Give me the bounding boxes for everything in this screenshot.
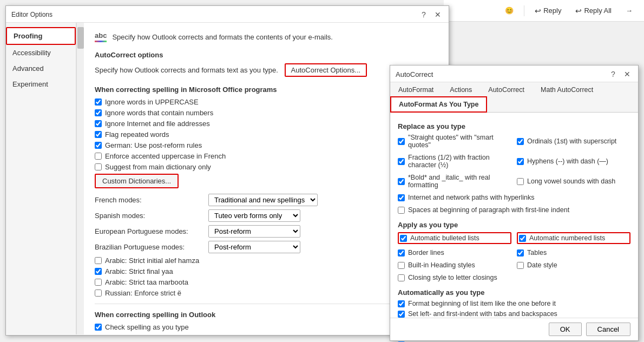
autocorrect-options-button[interactable]: AutoCorrect Options... <box>285 63 367 77</box>
cb-french[interactable] <box>95 153 102 160</box>
emoji-icon: 😊 <box>505 6 514 15</box>
braz-port-modes-label: Brazilian Portuguese modes: <box>95 243 203 251</box>
abc-text: abc <box>95 31 107 40</box>
euro-port-modes-row: European Portuguese modes: Post-reform P… <box>95 225 438 238</box>
sidebar-item-advanced[interactable]: Advanced <box>6 61 76 76</box>
spanish-modes-label: Spanish modes: <box>95 212 203 220</box>
ac-tabs: AutoFormat Actions AutoCorrect Math Auto… <box>390 82 638 113</box>
scrollbar-thumb[interactable] <box>77 27 84 49</box>
cb-main-dict[interactable] <box>95 163 102 170</box>
cb-hyphens-label: Hyphens (--) with dash (—) <box>527 157 608 165</box>
cb-border-lines-input[interactable] <box>398 249 405 256</box>
scrollbar-track[interactable] <box>76 23 84 334</box>
cb-closing-style-input[interactable] <box>398 274 405 281</box>
checkbox-german: German: Use post-reform rules <box>95 141 438 149</box>
checkbox-arabic-taa: Arabic: Strict taa marboota <box>95 278 438 286</box>
cb-ignore-internet[interactable] <box>95 120 102 127</box>
reply-icon: ↩ <box>535 6 541 15</box>
cb-straight-quotes-input[interactable] <box>398 138 405 145</box>
cb-arabic-taa[interactable] <box>95 279 102 286</box>
sidebar-item-accessibility[interactable]: Accessibility <box>6 45 76 61</box>
custom-dictionaries-button[interactable]: Custom Dictionaries... <box>95 174 179 188</box>
checkbox-ignore-internet: Ignore Internet and file addresses <box>95 120 438 128</box>
cb-format-list-input[interactable] <box>398 300 405 307</box>
cb-russian[interactable] <box>95 290 102 297</box>
cb-flag-repeated[interactable] <box>95 131 102 138</box>
cb-bold-italic-label: *Bold* and _italic_ with real formatting <box>408 174 511 189</box>
ac-help-button[interactable]: ? <box>608 69 619 80</box>
tab-autoformat[interactable]: AutoFormat <box>390 82 442 97</box>
tab-autoformat-as-you-type[interactable]: AutoFormat As You Type <box>390 96 487 113</box>
cb-internet-paths-input[interactable] <box>398 194 405 201</box>
auto-section-label: Automatically as you type <box>398 288 630 297</box>
cb-closing-style: Closing style to letter closings <box>398 274 630 281</box>
cb-spaces-indent-input[interactable] <box>398 207 405 214</box>
cb-ordinals-input[interactable] <box>517 138 524 145</box>
cb-fractions-input[interactable] <box>398 158 405 165</box>
cb-date-style-input[interactable] <box>517 262 524 269</box>
toolbar-divider-1 <box>524 5 524 16</box>
cb-ordinals: Ordinals (1st) with superscript <box>517 134 630 149</box>
tab-actions[interactable]: Actions <box>442 82 480 97</box>
cb-auto-numbered-input[interactable] <box>519 235 526 242</box>
ac-title: AutoCorrect <box>396 70 433 78</box>
cb-tables: Tables <box>517 249 630 256</box>
reply-button[interactable]: ↩ Reply <box>529 4 567 18</box>
cb-hyphens-input[interactable] <box>517 158 524 165</box>
french-modes-row: French modes: Traditional and new spelli… <box>95 194 438 206</box>
ac-ok-button[interactable]: OK <box>549 323 582 336</box>
cb-german[interactable] <box>95 142 102 149</box>
euro-port-modes-select[interactable]: Post-reform Pre-reform <box>208 225 300 238</box>
dialog-help-button[interactable]: ? <box>418 9 429 20</box>
cb-heading-styles-input[interactable] <box>398 262 405 269</box>
cb-german-label: German: Use post-reform rules <box>105 141 202 149</box>
cb-bold-italic-input[interactable] <box>398 178 405 185</box>
cb-date-style: Date style <box>517 261 630 269</box>
emoji-button[interactable]: 😊 <box>499 4 520 17</box>
tab-autocorrect[interactable]: AutoCorrect <box>480 82 533 97</box>
cb-closing-style-label: Closing style to letter closings <box>408 274 497 281</box>
braz-port-modes-row: Brazilian Portuguese modes: Post-reform … <box>95 241 438 253</box>
cb-long-vowel-label: Long vowel sounds with dash <box>527 177 615 185</box>
cb-border-lines-label: Border lines <box>408 249 444 256</box>
cb-set-indent: Set left- and first-indent with tabs and… <box>398 310 630 318</box>
forward-button[interactable]: → <box>620 4 639 17</box>
cb-ignore-uppercase[interactable] <box>95 98 102 106</box>
checkbox-russian: Russian: Enforce strict ë <box>95 289 438 297</box>
autocorrect-section-title: AutoCorrect options <box>95 51 438 59</box>
checkbox-ignore-numbers: Ignore words that contain numbers <box>95 109 438 117</box>
cb-arabic-hamza[interactable] <box>95 257 102 264</box>
cb-long-vowel-input[interactable] <box>517 178 524 185</box>
ac-cancel-button[interactable]: Cancel <box>586 323 630 336</box>
cb-check-spelling[interactable] <box>95 324 102 331</box>
cb-date-style-label: Date style <box>527 261 557 269</box>
spanish-modes-select[interactable]: Tuteo verb forms only Voseo verb forms o… <box>208 209 300 222</box>
cb-auto-bullets-input[interactable] <box>400 235 407 242</box>
email-toolbar: 😊 ↩ Reply ↩ Reply All → <box>444 0 644 22</box>
cb-ignore-numbers[interactable] <box>95 109 102 116</box>
tab-math-autocorrect[interactable]: Math AutoCorrect <box>533 82 601 97</box>
cb-arabic-taa-label: Arabic: Strict taa marboota <box>105 278 188 286</box>
cb-straight-quotes-label: "Straight quotes" with "smart quotes" <box>408 134 511 149</box>
cb-tables-input[interactable] <box>517 249 524 256</box>
autocorrect-btn-row: Specify how Outlook corrects and formats… <box>95 63 438 77</box>
ac-close-button[interactable]: ✕ <box>622 69 633 80</box>
cb-ignore-uppercase-label: Ignore words in UPPERCASE <box>105 98 199 106</box>
checkbox-check-spelling: Check spelling as you type <box>95 323 438 331</box>
cb-ignore-internet-label: Ignore Internet and file addresses <box>105 120 210 128</box>
cb-arabic-yaa[interactable] <box>95 268 102 275</box>
cb-set-indent-input[interactable] <box>398 311 405 318</box>
cb-ignore-numbers-label: Ignore words that contain numbers <box>105 109 213 117</box>
sidebar-item-experiment[interactable]: Experiment <box>6 76 76 92</box>
french-modes-label: French modes: <box>95 196 203 204</box>
cb-flag-repeated-label: Flag repeated words <box>105 130 169 139</box>
braz-port-modes-select[interactable]: Post-reform Pre-reform <box>208 241 300 253</box>
cb-ordinals-label: Ordinals (1st) with superscript <box>527 137 616 145</box>
sidebar-item-proofing[interactable]: Proofing <box>6 27 76 45</box>
french-modes-select[interactable]: Traditional and new spellings Traditiona… <box>208 194 318 206</box>
checkbox-ignore-uppercase: Ignore words in UPPERCASE <box>95 98 438 106</box>
abc-underline <box>95 41 107 42</box>
dialog-close-button[interactable]: ✕ <box>432 9 443 20</box>
editor-options-dialog: Editor Options ? ✕ Proofing Accessibilit… <box>5 5 449 336</box>
reply-all-button[interactable]: ↩ Reply All <box>569 4 617 18</box>
